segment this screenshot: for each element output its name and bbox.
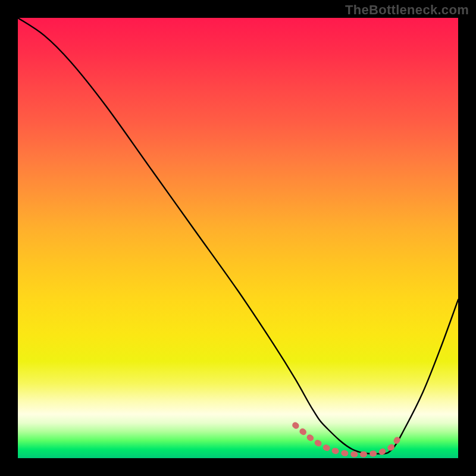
watermark-text: TheBottleneck.com xyxy=(345,2,469,18)
plot-area xyxy=(18,18,458,458)
chart-svg xyxy=(18,18,458,458)
bottleneck-curve xyxy=(18,18,458,454)
sweet-spot-band xyxy=(295,425,401,455)
chart-container: TheBottleneck.com xyxy=(0,0,476,476)
